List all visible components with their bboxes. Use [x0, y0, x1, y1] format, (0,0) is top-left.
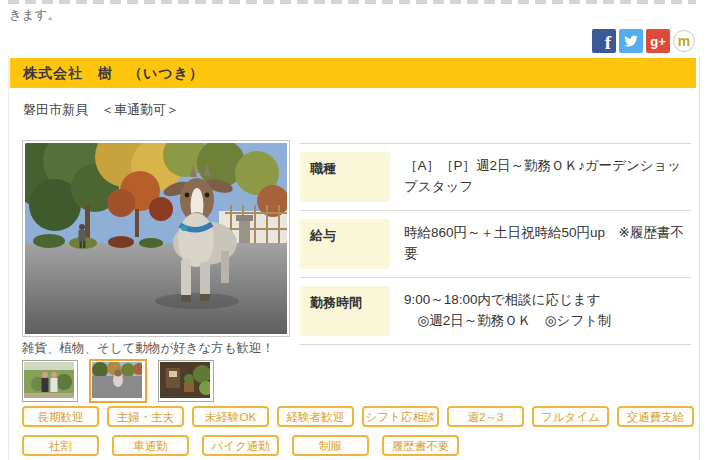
- tag-experienced-welcome[interactable]: 経験者歓迎: [277, 406, 354, 427]
- tag-staff-discount[interactable]: 社割: [22, 435, 99, 456]
- facebook-icon[interactable]: f: [592, 29, 616, 53]
- tag-uniform[interactable]: 制服: [292, 435, 369, 456]
- clipped-text-remnant: [8, 0, 696, 4]
- table-row-salary: 給与 時給860円～＋土日祝時給50円up ※履歴書不要: [300, 210, 691, 277]
- row-label: 勤務時間: [300, 286, 390, 336]
- company-name: 株式会社 樹 （いつき）: [23, 65, 204, 81]
- thumbnail-shop-interior[interactable]: [158, 360, 214, 402]
- twitter-bird-icon: [623, 33, 639, 49]
- hours-line-2: ◎週2日～勤務ＯＫ ◎シフト制: [404, 311, 689, 332]
- mixi-icon[interactable]: m: [673, 30, 695, 52]
- tag-shift-negotiable[interactable]: シフト応相談: [362, 406, 439, 427]
- tag-full-time[interactable]: フルタイム: [532, 406, 609, 427]
- row-value: 9:00～18:00内で相談に応じます ◎週2日～勤務ＯＫ ◎シフト制: [390, 286, 691, 336]
- row-label: 給与: [300, 219, 390, 269]
- row-value: ［A］［P］週2日～勤務ＯＫ♪ガーデンショップスタッフ: [390, 152, 691, 202]
- twitter-icon[interactable]: [619, 29, 643, 53]
- googleplus-icon[interactable]: g+: [646, 29, 670, 53]
- tag-no-experience[interactable]: 未経験OK: [192, 406, 269, 427]
- tag-no-resume[interactable]: 履歴書不要: [382, 435, 459, 456]
- thumbnail-staff[interactable]: [22, 360, 78, 402]
- thumbnail-goat-selected[interactable]: [89, 359, 147, 403]
- location-line: 磐田市新貝 ＜車通勤可＞: [23, 101, 179, 119]
- tag-bike-commute[interactable]: バイク通勤: [202, 435, 279, 456]
- tag-week-2-3[interactable]: 週2～3: [447, 406, 524, 427]
- tag-row-1: 長期歓迎 主婦・主夫 未経験OK 経験者歓迎 シフト応相談 週2～3 フルタイム…: [22, 406, 694, 427]
- company-title-bar: 株式会社 樹 （いつき）: [10, 58, 696, 88]
- tag-transport-paid[interactable]: 交通費支給: [617, 406, 694, 427]
- hours-line-1: 9:00～18:00内で相談に応じます: [404, 290, 689, 311]
- tag-car-commute[interactable]: 車通勤: [112, 435, 189, 456]
- table-row-hours: 勤務時間 9:00～18:00内で相談に応じます ◎週2日～勤務ＯＫ ◎シフト制: [300, 277, 691, 345]
- main-photo: [22, 140, 290, 337]
- row-value: 時給860円～＋土日祝時給50円up ※履歴書不要: [390, 219, 691, 269]
- tag-long-term[interactable]: 長期歓迎: [22, 406, 99, 427]
- job-detail-table: 職種 ［A］［P］週2日～勤務ＯＫ♪ガーデンショップスタッフ 給与 時給860円…: [300, 143, 691, 345]
- photo-caption: 雑貨、植物、そして動物が好きな方も歓迎！: [22, 340, 274, 357]
- tag-housewife[interactable]: 主婦・主夫: [107, 406, 184, 427]
- tag-row-2: 社割 車通勤 バイク通勤 制服 履歴書不要: [22, 435, 459, 456]
- row-label: 職種: [300, 152, 390, 202]
- table-row-job-type: 職種 ［A］［P］週2日～勤務ＯＫ♪ガーデンショップスタッフ: [300, 143, 691, 210]
- page: きます。 f g+ m 株式会社 樹 （いつき） 磐田市新貝 ＜車通勤可＞: [0, 0, 711, 460]
- intro-text: きます。: [9, 7, 60, 24]
- thumbnail-list: [22, 359, 214, 403]
- social-share-bar: f g+ m: [592, 29, 695, 53]
- goat-photo-illustration: [25, 143, 287, 334]
